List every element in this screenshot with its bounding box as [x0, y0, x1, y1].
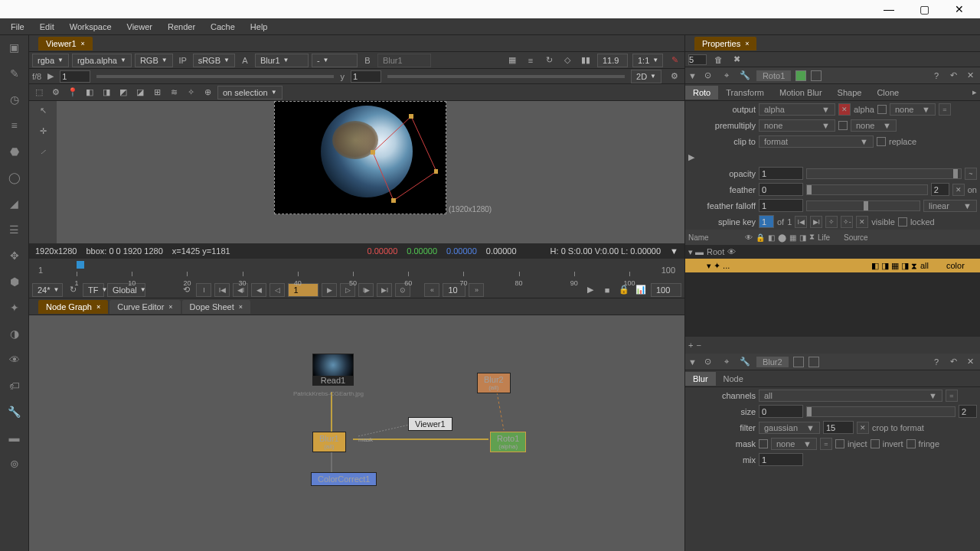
clear-icon[interactable]: 🗑: [711, 53, 725, 67]
th-blend-icon[interactable]: ⧗: [809, 233, 815, 242]
tool-deep-icon[interactable]: ◑: [5, 324, 24, 343]
view-mode-dropdown[interactable]: 2D▼: [631, 70, 662, 83]
crop-x-button[interactable]: ✕: [857, 422, 869, 434]
menu-viewer[interactable]: Viewer: [119, 22, 160, 31]
th-eye-icon[interactable]: 👁: [745, 233, 753, 242]
shape-tree[interactable]: ▾ ▬Root👁 ▾ ✦ ... ◧ ◨ ▦ ◨ ⧗ all color: [685, 245, 980, 337]
tool-draw-icon[interactable]: ✎: [5, 64, 24, 83]
filter-n-input[interactable]: [823, 421, 854, 434]
key-set-button[interactable]: ✧: [825, 216, 838, 228]
node-roto[interactable]: Roto1 (alpha): [490, 432, 526, 452]
info-menu-icon[interactable]: ▼: [670, 246, 678, 256]
key-next-button[interactable]: ▶I: [810, 216, 822, 228]
menu-file[interactable]: File: [3, 22, 32, 31]
close-icon[interactable]: ×: [96, 303, 100, 311]
chart-icon[interactable]: 📊: [634, 283, 648, 297]
roto-t5-icon[interactable]: ⊞: [150, 86, 164, 99]
menu-workspace[interactable]: Workspace: [62, 22, 119, 31]
clip-icon[interactable]: ▦: [505, 54, 519, 67]
channels-eq-button[interactable]: =: [946, 390, 958, 402]
tool-merge-icon[interactable]: ☰: [5, 220, 24, 239]
gain-slider[interactable]: [96, 75, 334, 78]
premult-chk[interactable]: [838, 121, 848, 130]
minimize-button[interactable]: —: [871, 0, 906, 18]
node-blur1[interactable]: Blur1 (all): [312, 432, 346, 452]
step-back-button[interactable]: ◁: [270, 283, 285, 297]
filter-dropdown[interactable]: gaussian▼: [759, 422, 820, 434]
in-next-button[interactable]: »: [469, 283, 484, 297]
roto-t7-icon[interactable]: ✧: [184, 86, 198, 99]
close-button[interactable]: ✕: [942, 0, 977, 18]
wrench-icon[interactable]: 🔧: [738, 355, 752, 369]
ptab-clone[interactable]: Clone: [869, 86, 906, 99]
key-x-button[interactable]: ✕: [856, 216, 868, 228]
th-sq3[interactable]: ◨: [799, 233, 806, 242]
find-icon[interactable]: ⌖: [720, 355, 733, 369]
node-read-thumb[interactable]: Read1: [312, 354, 354, 386]
next-key-button[interactable]: ▶I: [377, 283, 392, 297]
out-frame-input[interactable]: 100: [651, 283, 681, 297]
revert-icon[interactable]: ↶: [946, 355, 960, 369]
roto-gear-icon[interactable]: ⚙: [49, 86, 63, 99]
inject-chk[interactable]: [835, 439, 844, 448]
node-blur2[interactable]: Blur2 (all): [477, 373, 511, 393]
tool-toolsets-icon[interactable]: 🔧: [5, 403, 24, 421]
prev-key-button[interactable]: I◀: [214, 283, 230, 297]
roto-t1-icon[interactable]: ◧: [83, 86, 96, 99]
node-colorcorrect[interactable]: ColorCorrect1: [311, 472, 377, 486]
channels-dropdown[interactable]: all▼: [759, 390, 942, 402]
collapse-icon[interactable]: ▼: [688, 357, 697, 367]
mask-chk[interactable]: [759, 439, 768, 448]
find-icon[interactable]: ⌖: [720, 69, 733, 83]
close-icon[interactable]: ×: [745, 40, 749, 47]
ptab-shape[interactable]: Shape: [830, 86, 870, 99]
close-panel-icon[interactable]: ✕: [963, 355, 977, 369]
premult-none-dropdown[interactable]: none▼: [851, 119, 897, 132]
first-frame-button[interactable]: I: [196, 283, 211, 297]
tab-properties[interactable]: Properties×: [694, 37, 756, 51]
spline-idx-input[interactable]: [759, 215, 774, 228]
remove-shape-button[interactable]: −: [696, 341, 701, 350]
list-icon[interactable]: ≡: [524, 54, 537, 67]
play-button[interactable]: ▶: [322, 283, 337, 297]
roto-t3-icon[interactable]: ◩: [116, 86, 130, 99]
ptab-roto[interactable]: Roto: [685, 86, 718, 99]
current-frame-input[interactable]: 1: [288, 283, 318, 297]
size-input[interactable]: [759, 405, 803, 418]
help-icon[interactable]: ?: [929, 69, 943, 83]
menu-cache[interactable]: Cache: [203, 22, 243, 31]
play-icon[interactable]: ▶: [47, 71, 54, 81]
vt-point-icon[interactable]: ✛: [40, 126, 47, 136]
stop-icon[interactable]: ■: [600, 283, 614, 297]
color-swatch[interactable]: [795, 70, 806, 81]
collapse-icon[interactable]: ▼: [688, 71, 697, 80]
fps-display[interactable]: 11.9: [597, 54, 628, 67]
th-sq1[interactable]: ◧: [768, 233, 775, 242]
settings-icon[interactable]: ⚙: [668, 70, 681, 83]
output-none-dropdown[interactable]: none▼: [890, 103, 936, 116]
tool-views-icon[interactable]: 👁: [5, 350, 24, 369]
tool-color-icon[interactable]: ⬣: [5, 142, 24, 161]
invert-chk[interactable]: [871, 439, 880, 448]
feather-input[interactable]: [759, 183, 803, 196]
ptab-blur[interactable]: Blur: [685, 372, 716, 386]
tf-dropdown[interactable]: TF▼: [83, 283, 104, 297]
center-icon[interactable]: ⊙: [701, 69, 715, 83]
tool-transform-icon[interactable]: ✥: [5, 246, 24, 265]
key-prev-button[interactable]: I◀: [795, 216, 807, 228]
sync-dropdown[interactable]: Global▼: [107, 283, 145, 297]
node-name-input[interactable]: Roto1: [756, 70, 791, 81]
opacity-slider[interactable]: [806, 168, 962, 179]
close-icon[interactable]: ×: [168, 303, 172, 311]
feather-slider[interactable]: [806, 184, 928, 195]
tab-viewer1[interactable]: Viewer1 ×: [38, 37, 93, 51]
channel-alpha-dropdown[interactable]: rgba.alpha▼: [72, 54, 132, 67]
node-name-input[interactable]: Blur2: [756, 357, 789, 367]
roto-t4-icon[interactable]: ◪: [133, 86, 147, 99]
expand-icon[interactable]: ▶: [688, 152, 697, 162]
tab-nodegraph[interactable]: Node Graph×: [38, 300, 108, 314]
tool-all-icon[interactable]: ⊚: [5, 455, 24, 473]
center-icon[interactable]: ⊙: [701, 355, 715, 369]
input-a-dropdown[interactable]: Blur1▼: [255, 54, 309, 67]
tool-other-icon[interactable]: ▬: [5, 429, 24, 447]
